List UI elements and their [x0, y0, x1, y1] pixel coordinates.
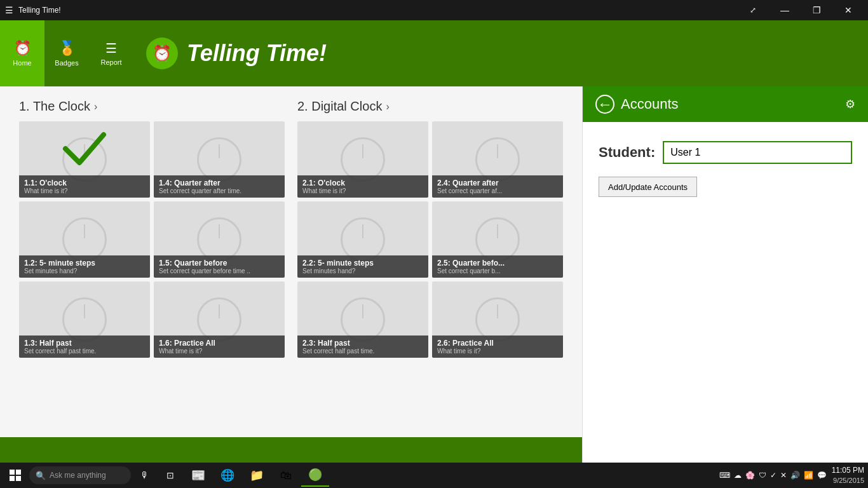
start-button[interactable]	[4, 464, 27, 487]
card-2-3[interactable]: 2.3: Half past Set correct half past tim…	[297, 281, 428, 358]
restore-icon[interactable]: ⤢	[738, 0, 768, 20]
nav-buttons: ⏰ Home 🏅 Badges ☰ Report	[0, 20, 133, 86]
card-2-2[interactable]: 2.2: 5- minute steps Set minutes hand?	[297, 201, 428, 278]
taskbar-app-files[interactable]: 📁	[243, 464, 271, 487]
card-1-6[interactable]: 1.6: Practice All What time is it?	[154, 281, 285, 358]
card-1-5-overlay: 1.5: Quarter before Set correct quarter …	[154, 255, 285, 278]
search-placeholder: Ask me anything	[50, 471, 106, 480]
card-1-1[interactable]: 1.1: O'clock What time is it?	[19, 121, 150, 198]
section-1-arrow: ›	[94, 101, 97, 112]
taskbar-apps: 📰 🌐 📁 🛍 🟢	[184, 464, 329, 487]
green-footer-bar	[0, 437, 582, 463]
card-2-5-subtitle: Set correct quarter b...	[437, 268, 558, 274]
sys-tray-icon-7: 🔊	[790, 471, 800, 480]
main-area: 1. The Clock ›	[0, 86, 868, 463]
section-2-arrow: ›	[386, 101, 389, 112]
card-2-4-subtitle: Set correct quarter af...	[437, 187, 558, 194]
card-2-6-overlay: 2.6: Practice All What time is it?	[432, 336, 563, 358]
hamburger-menu-icon[interactable]: ☰	[5, 5, 13, 15]
card-1-3-title: 1.3: Half past	[24, 339, 145, 348]
window-controls: ⤢ — ❐ ✕	[738, 0, 863, 20]
card-1-2[interactable]: 1.2: 5- minute steps Set minutes hand?	[19, 201, 150, 278]
card-1-1-title: 1.1: O'clock	[24, 179, 145, 187]
app-branding: ⏰ Telling Time!	[133, 37, 327, 69]
taskbar-app-news[interactable]: 📰	[184, 464, 212, 487]
accounts-title: Accounts	[621, 96, 679, 112]
section-2-title: 2. Digital Clock ›	[297, 99, 563, 114]
lessons-panel: 1. The Clock ›	[0, 86, 582, 463]
student-input[interactable]	[663, 141, 852, 164]
section-1-cards-grid: 1.1: O'clock What time is it? 1.4: Quart…	[19, 121, 285, 358]
nav-report-button[interactable]: ☰ Report	[89, 20, 133, 86]
nav-badges-button[interactable]: 🏅 Badges	[44, 20, 89, 86]
card-2-5-overlay: 2.5: Quarter befo... Set correct quarter…	[432, 255, 563, 278]
card-2-1-overlay: 2.1: O'clock What time is it?	[297, 175, 428, 198]
card-1-4[interactable]: 1.4: Quarter after Set correct quarter a…	[154, 121, 285, 198]
svg-rect-1	[16, 470, 21, 475]
card-2-4[interactable]: 2.4: Quarter after Set correct quarter a…	[432, 121, 563, 198]
task-view-button[interactable]: ⊡	[159, 464, 182, 487]
card-2-2-title: 2.2: 5- minute steps	[302, 259, 423, 268]
current-date: 9/25/2015	[832, 476, 864, 485]
app-logo: ⏰	[146, 37, 178, 69]
card-2-6[interactable]: 2.6: Practice All What time is it?	[432, 281, 563, 358]
card-2-1-subtitle: What time is it?	[302, 187, 423, 194]
card-1-5[interactable]: 1.5: Quarter before Set correct quarter …	[154, 201, 285, 278]
card-1-4-title: 1.4: Quarter after	[159, 179, 280, 187]
current-time: 11:05 PM	[832, 466, 864, 476]
card-2-2-subtitle: Set minutes hand?	[302, 268, 423, 274]
sys-tray-icon-2: ☁	[734, 471, 742, 480]
card-2-3-title: 2.3: Half past	[302, 339, 423, 348]
accounts-panel: ← Accounts ⚙ Student: Add/Update Account…	[582, 86, 868, 463]
card-1-2-subtitle: Set minutes hand?	[24, 268, 145, 274]
card-1-1-overlay: 1.1: O'clock What time is it?	[19, 175, 150, 198]
microphone-button[interactable]: 🎙	[133, 464, 156, 487]
section-1-title: 1. The Clock ›	[19, 99, 285, 114]
taskbar-app-active[interactable]: 🟢	[301, 464, 329, 487]
search-bar[interactable]: 🔍 Ask me anything	[29, 466, 131, 484]
card-2-6-title: 2.6: Practice All	[437, 339, 558, 348]
back-circle-icon[interactable]: ←	[595, 95, 614, 114]
minimize-button[interactable]: —	[770, 0, 799, 20]
top-area: ⏰ Home 🏅 Badges ☰ Report ⏰ Telling Time!	[0, 20, 868, 86]
title-bar: ☰ Telling Time! ⤢ — ❐ ✕	[0, 0, 868, 20]
accounts-body: Student: Add/Update Accounts	[583, 122, 868, 216]
section-the-clock: 1. The Clock ›	[19, 99, 285, 358]
accounts-header-left: ← Accounts	[595, 95, 679, 114]
add-update-accounts-button[interactable]: Add/Update Accounts	[599, 177, 697, 197]
section-2-cards-grid: 2.1: O'clock What time is it? 2.4: Quart…	[297, 121, 563, 358]
svg-rect-3	[16, 476, 21, 481]
windows-logo-icon	[10, 470, 21, 481]
nav-badges-label: Badges	[55, 59, 78, 67]
svg-rect-2	[10, 476, 15, 481]
card-1-4-subtitle: Set correct quarter after time.	[159, 187, 280, 194]
card-1-2-title: 1.2: 5- minute steps	[24, 259, 145, 268]
clock-display: 11:05 PM 9/25/2015	[832, 466, 864, 485]
card-1-3-subtitle: Set correct half past time.	[24, 348, 145, 355]
card-1-3-overlay: 1.3: Half past Set correct half past tim…	[19, 336, 150, 358]
sys-tray-icon-3: 🌸	[745, 471, 755, 480]
card-1-6-subtitle: What time is it?	[159, 348, 280, 355]
card-1-6-title: 1.6: Practice All	[159, 339, 280, 348]
card-2-4-title: 2.4: Quarter after	[437, 179, 558, 187]
taskbar-app-edge[interactable]: 🌐	[214, 464, 241, 487]
settings-icon[interactable]: ⚙	[845, 97, 855, 111]
card-2-5[interactable]: 2.5: Quarter befo... Set correct quarter…	[432, 201, 563, 278]
nav-home-button[interactable]: ⏰ Home	[0, 20, 44, 86]
maximize-button[interactable]: ❐	[802, 0, 831, 20]
card-2-1[interactable]: 2.1: O'clock What time is it?	[297, 121, 428, 198]
card-1-5-title: 1.5: Quarter before	[159, 259, 280, 268]
card-1-6-overlay: 1.6: Practice All What time is it?	[154, 336, 285, 358]
card-1-3[interactable]: 1.3: Half past Set correct half past tim…	[19, 281, 150, 358]
student-row: Student:	[599, 141, 852, 164]
card-2-4-overlay: 2.4: Quarter after Set correct quarter a…	[432, 175, 563, 198]
battery-icon: 💬	[817, 471, 827, 480]
search-icon: 🔍	[36, 471, 46, 480]
card-1-4-overlay: 1.4: Quarter after Set correct quarter a…	[154, 175, 285, 198]
taskbar-app-store[interactable]: 🛍	[272, 464, 300, 487]
card-2-1-title: 2.1: O'clock	[302, 179, 423, 187]
card-2-3-subtitle: Set correct half past time.	[302, 348, 423, 355]
close-button[interactable]: ✕	[834, 0, 863, 20]
accounts-header: ← Accounts ⚙	[583, 86, 868, 122]
app-title-label: Telling Time!	[18, 6, 61, 15]
